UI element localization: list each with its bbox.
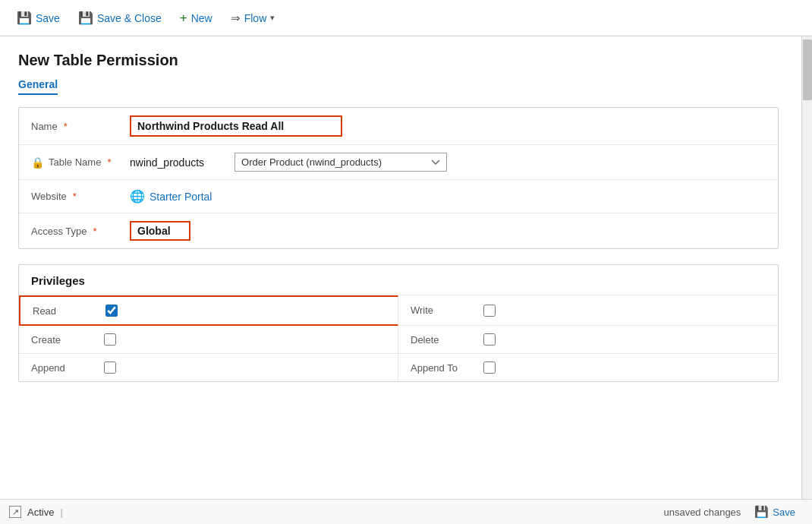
access-type-value: Global	[130, 221, 766, 241]
name-value	[130, 115, 766, 137]
flow-button[interactable]: ⇒ Flow ▾	[223, 8, 283, 29]
unsaved-changes-text: unsaved changes	[663, 507, 741, 518]
read-label: Read	[33, 305, 93, 317]
create-row: Create	[19, 326, 398, 354]
table-name-text: nwind_products	[130, 156, 204, 169]
table-name-value-area: nwind_products Order Product (nwind_prod…	[130, 153, 766, 172]
access-type-row: Access Type * Global	[19, 213, 778, 248]
create-label: Create	[31, 334, 92, 346]
table-name-row: 🔒 Table Name * nwind_products Order Prod…	[19, 145, 778, 180]
new-button[interactable]: + New	[172, 7, 220, 30]
scrollbar-thumb[interactable]	[803, 39, 812, 100]
save-close-button[interactable]: 💾 Save & Close	[71, 7, 169, 29]
save-icon: 💾	[17, 11, 32, 25]
status-save-icon: 💾	[754, 505, 769, 519]
write-checkbox[interactable]	[483, 305, 496, 317]
table-name-dropdown[interactable]: Order Product (nwind_products)	[234, 153, 447, 172]
create-checkbox[interactable]	[104, 333, 116, 346]
status-active-text: Active	[27, 507, 54, 518]
content-area: New Table Permission General Name * 🔒 Ta…	[0, 36, 801, 499]
status-save-button[interactable]: 💾 Save	[747, 503, 803, 521]
name-row: Name *	[19, 108, 778, 145]
delete-label: Delete	[411, 334, 471, 346]
access-type-label: Access Type *	[31, 226, 130, 237]
name-label: Name *	[31, 121, 130, 132]
privileges-title: Privileges	[19, 265, 778, 295]
new-icon: +	[180, 11, 187, 26]
save-close-icon: 💾	[78, 11, 93, 25]
website-value: 🌐 Starter Portal	[130, 189, 766, 204]
website-link[interactable]: 🌐 Starter Portal	[130, 189, 766, 204]
website-label: Website *	[31, 191, 130, 202]
save-button[interactable]: 💾 Save	[9, 7, 68, 29]
privileges-grid: Read Write Create Delete	[19, 295, 778, 381]
read-row: Read	[19, 295, 398, 326]
access-type-text: Global	[130, 221, 190, 241]
website-row: Website * 🌐 Starter Portal	[19, 180, 778, 213]
status-save-label: Save	[773, 507, 795, 518]
read-checkbox[interactable]	[105, 305, 118, 317]
append-to-row: Append To	[398, 354, 778, 381]
append-to-label: Append To	[411, 362, 471, 374]
chevron-down-icon: ▾	[270, 13, 275, 23]
general-form-panel: Name * 🔒 Table Name * nwind_products Or	[18, 107, 779, 249]
lock-icon: 🔒	[31, 156, 44, 169]
append-label: Append	[31, 362, 92, 374]
write-label: Write	[411, 305, 471, 316]
table-name-label: 🔒 Table Name *	[31, 156, 130, 169]
append-checkbox[interactable]	[104, 361, 116, 374]
append-row: Append	[19, 354, 398, 381]
globe-icon: 🌐	[130, 189, 145, 204]
website-required: *	[73, 191, 77, 202]
access-type-required: *	[93, 226, 96, 237]
status-left: ↗ Active |	[9, 506, 63, 518]
save-label: Save	[36, 12, 60, 24]
privileges-panel: Privileges Read Write Create Delete	[18, 264, 779, 382]
content-wrapper: New Table Permission General Name * 🔒 Ta…	[0, 36, 812, 499]
status-separator: |	[60, 507, 62, 518]
flow-label: Flow	[244, 12, 267, 24]
save-close-label: Save & Close	[97, 12, 162, 24]
scrollbar-track[interactable]	[801, 36, 812, 499]
new-label: New	[191, 12, 212, 24]
status-bar: ↗ Active | unsaved changes 💾 Save	[0, 499, 812, 524]
table-name-required: *	[107, 156, 111, 168]
status-right: unsaved changes 💾 Save	[663, 503, 803, 521]
flow-icon: ⇒	[231, 11, 241, 25]
delete-row: Delete	[398, 326, 778, 354]
page-title: New Table Permission	[18, 52, 779, 69]
name-required: *	[64, 121, 68, 132]
delete-checkbox[interactable]	[483, 333, 496, 346]
write-row: Write	[398, 295, 778, 326]
status-expand-icon[interactable]: ↗	[9, 506, 21, 518]
general-tab[interactable]: General	[18, 78, 58, 95]
append-to-checkbox[interactable]	[483, 361, 496, 374]
name-input[interactable]	[130, 115, 342, 137]
toolbar: 💾 Save 💾 Save & Close + New ⇒ Flow ▾	[0, 0, 812, 36]
